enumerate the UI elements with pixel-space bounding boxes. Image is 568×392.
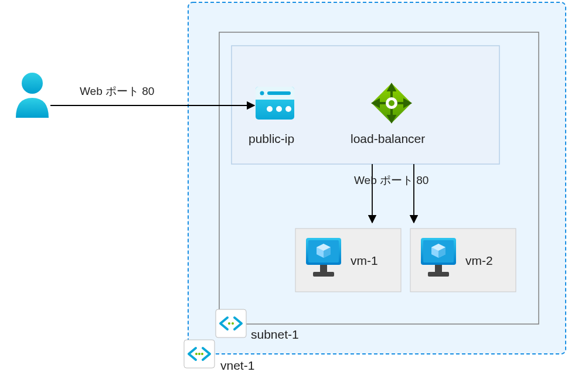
svg-point-8 bbox=[285, 106, 291, 112]
svg-point-19 bbox=[389, 100, 394, 106]
svg-point-4 bbox=[260, 91, 264, 96]
svg-rect-31 bbox=[435, 265, 442, 272]
public-ip-icon bbox=[256, 87, 294, 120]
subnet-badge bbox=[216, 309, 246, 338]
svg-rect-32 bbox=[428, 272, 449, 277]
vm1-box: vm-1 bbox=[295, 229, 401, 292]
svg-rect-5 bbox=[267, 91, 291, 95]
vm1-label: vm-1 bbox=[351, 254, 378, 267]
svg-point-40 bbox=[195, 353, 198, 355]
vm2-box: vm-2 bbox=[410, 229, 516, 292]
svg-rect-3 bbox=[256, 97, 294, 100]
edge-user-to-publicip-label: Web ポート 80 bbox=[80, 85, 154, 97]
edge-lb-to-vms-label: Web ポート 80 bbox=[354, 174, 428, 186]
load-balancer-label: load-balancer bbox=[351, 132, 425, 145]
vnet-label: vnet-1 bbox=[220, 359, 254, 372]
public-ip-label: public-ip bbox=[249, 132, 294, 145]
vm2-label: vm-2 bbox=[465, 254, 493, 267]
user-icon bbox=[16, 73, 49, 118]
svg-point-6 bbox=[267, 106, 273, 112]
svg-point-0 bbox=[22, 73, 43, 94]
svg-point-7 bbox=[276, 106, 282, 112]
vnet-badge bbox=[184, 340, 215, 368]
svg-rect-23 bbox=[320, 265, 327, 272]
svg-rect-24 bbox=[313, 272, 334, 277]
svg-point-41 bbox=[198, 353, 200, 355]
subnet-label: subnet-1 bbox=[251, 328, 299, 341]
svg-point-37 bbox=[228, 322, 230, 325]
svg-point-38 bbox=[232, 322, 234, 325]
svg-point-42 bbox=[201, 353, 203, 355]
